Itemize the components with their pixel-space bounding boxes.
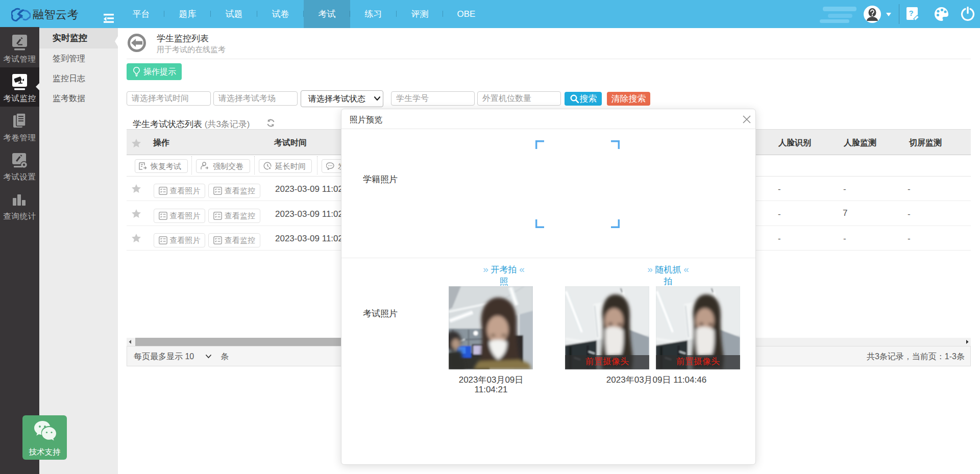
svg-text:?: ? bbox=[909, 9, 913, 17]
